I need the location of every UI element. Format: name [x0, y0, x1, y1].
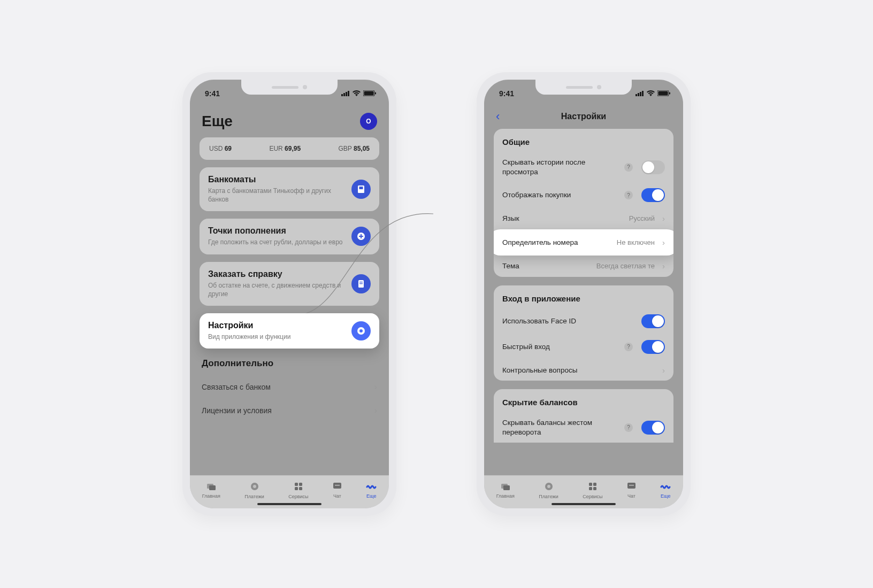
home-icon — [501, 483, 510, 492]
nav-home[interactable]: Главная — [496, 483, 515, 499]
nav-more[interactable]: Еще — [660, 483, 671, 499]
payments-icon — [545, 482, 553, 492]
plus-icon — [351, 227, 371, 246]
help-icon[interactable]: ? — [624, 423, 633, 432]
svg-rect-29 — [640, 92, 641, 96]
row-security-questions[interactable]: Контрольные вопросы › — [494, 360, 673, 381]
row-licenses[interactable]: Лицензии и условия › — [200, 399, 379, 422]
toggle-hide-balances[interactable] — [641, 421, 665, 435]
rate-usd: USD 69 — [209, 145, 232, 152]
atm-icon — [351, 180, 371, 199]
svg-rect-5 — [364, 91, 374, 96]
svg-rect-2 — [346, 92, 347, 96]
row-hide-stories[interactable]: Скрывать истории после просмотра ? — [494, 152, 673, 182]
notch — [535, 80, 632, 95]
chevron-right-icon: › — [374, 406, 377, 415]
row-language[interactable]: Язык Русский › — [494, 208, 673, 229]
svg-rect-21 — [295, 483, 298, 486]
row-theme[interactable]: Тема Всегда светлая те › — [494, 256, 673, 277]
svg-rect-23 — [295, 487, 298, 490]
svg-rect-39 — [593, 483, 596, 486]
section-additional: Дополнительно — [202, 358, 377, 369]
svg-point-16 — [359, 329, 363, 332]
svg-rect-32 — [658, 91, 668, 96]
toggle-show-purchases[interactable] — [641, 188, 665, 202]
notch — [241, 80, 338, 95]
chevron-right-icon: › — [662, 261, 665, 270]
nav-payments[interactable]: Платежи — [244, 482, 264, 499]
card-order-statement[interactable]: Заказать справку Об остатке на счете, с … — [200, 262, 379, 306]
right-phone: 9:41 ‹ Настройки — [477, 72, 691, 516]
svg-rect-8 — [359, 187, 363, 189]
nav-services[interactable]: Сервисы — [583, 482, 602, 499]
home-indicator — [257, 503, 321, 505]
svg-point-37 — [547, 485, 550, 488]
signal-icon — [341, 89, 350, 98]
svg-rect-41 — [593, 487, 596, 490]
nav-services[interactable]: Сервисы — [288, 482, 308, 499]
rate-gbp: GBP 85,05 — [338, 145, 370, 152]
battery-icon — [657, 89, 670, 98]
services-icon — [588, 482, 597, 492]
battery-icon — [363, 89, 376, 98]
card-atms[interactable]: Банкоматы Карта с банкоматами Тинькофф и… — [200, 167, 379, 211]
svg-rect-22 — [299, 483, 302, 486]
toggle-face-id[interactable] — [641, 314, 665, 328]
help-icon[interactable]: ? — [624, 343, 633, 351]
row-face-id[interactable]: Использовать Face ID — [494, 308, 673, 334]
back-button[interactable]: ‹ — [496, 110, 500, 123]
svg-rect-1 — [343, 93, 345, 96]
gear-icon — [351, 321, 371, 341]
home-icon — [206, 483, 216, 492]
wifi-icon — [353, 89, 361, 98]
chat-icon — [627, 482, 636, 492]
chevron-right-icon: › — [662, 214, 665, 223]
settings-title: Настройки — [561, 112, 606, 121]
row-hide-balances-flip[interactable]: Скрывать балансы жестом переворота ? — [494, 412, 673, 443]
svg-rect-24 — [299, 487, 302, 490]
help-icon[interactable]: ? — [624, 163, 633, 172]
toggle-quick-login[interactable] — [641, 340, 665, 354]
page-title: Еще — [202, 113, 233, 130]
chevron-right-icon: › — [662, 366, 665, 375]
svg-rect-6 — [375, 92, 376, 95]
svg-rect-38 — [589, 483, 592, 486]
services-icon — [294, 482, 303, 492]
svg-rect-11 — [359, 236, 363, 237]
left-phone: 9:41 Еще О — [182, 72, 396, 516]
settings-group-balances: Скрытие балансов Скрывать балансы жестом… — [494, 389, 673, 443]
row-show-purchases[interactable]: Отображать покупки ? — [494, 182, 673, 208]
settings-group-login: Вход в приложение Использовать Face ID Б… — [494, 285, 673, 381]
card-settings[interactable]: Настройки Вид приложения и функции — [200, 313, 379, 349]
card-topup-points[interactable]: Точки пополнения Где положить на счет ру… — [200, 219, 379, 254]
settings-group-general: Общие Скрывать истории после просмотра ?… — [494, 129, 673, 277]
signal-icon — [635, 89, 644, 98]
nav-home[interactable]: Главная — [202, 483, 220, 499]
document-icon — [351, 274, 371, 293]
row-caller-id[interactable]: Определитель номера Не включен › — [494, 229, 673, 256]
nav-payments[interactable]: Платежи — [539, 482, 558, 499]
svg-rect-26 — [335, 485, 340, 486]
row-contact-bank[interactable]: Связаться с банком › — [200, 375, 379, 399]
currency-rates-card[interactable]: USD 69 EUR 69,95 GBP 85,05 — [200, 137, 379, 160]
svg-point-20 — [253, 485, 256, 488]
svg-rect-40 — [589, 487, 592, 490]
svg-rect-35 — [503, 485, 510, 490]
wifi-icon — [647, 89, 655, 98]
row-quick-login[interactable]: Быстрый вход ? — [494, 334, 673, 360]
help-icon[interactable]: ? — [624, 191, 633, 199]
toggle-hide-stories[interactable] — [641, 160, 665, 174]
svg-rect-14 — [359, 283, 363, 284]
avatar[interactable]: О — [360, 113, 377, 130]
nav-chat[interactable]: Чат — [627, 482, 636, 499]
nav-chat[interactable]: Чат — [333, 482, 342, 499]
svg-rect-43 — [629, 485, 634, 486]
rate-eur: EUR 69,95 — [269, 145, 301, 152]
nav-more[interactable]: Еще — [366, 483, 377, 499]
more-icon — [660, 483, 671, 492]
home-indicator — [552, 503, 616, 505]
svg-rect-27 — [635, 94, 637, 96]
payments-icon — [250, 482, 259, 492]
chevron-right-icon: › — [662, 238, 665, 247]
svg-rect-28 — [638, 93, 639, 96]
